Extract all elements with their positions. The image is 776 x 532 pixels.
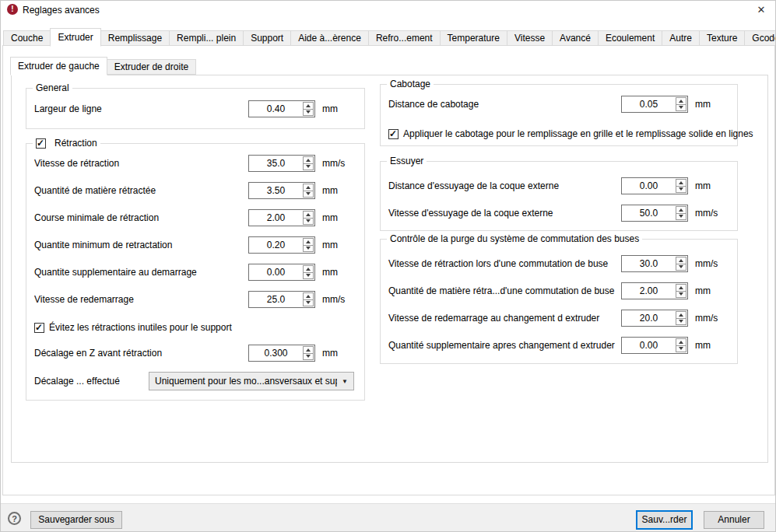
spinbox-value[interactable]: 50.0 (622, 205, 676, 221)
spin-up-icon[interactable] (676, 180, 686, 187)
save-as-button[interactable]: Sauvegarder sous (30, 511, 122, 529)
spin-down-icon[interactable] (676, 187, 686, 193)
tab-ecoulement[interactable]: Ecoulement (598, 30, 662, 46)
tab-temperature[interactable]: Temperature (440, 30, 507, 46)
spinbox-value[interactable]: 0.40 (249, 101, 303, 117)
line-width-row: Largeur de ligne 0.40 mm (34, 100, 355, 117)
retraction-extra-start-spinbox[interactable]: 0.00 (248, 264, 315, 281)
spin-down-icon[interactable] (304, 110, 313, 116)
spin-up-icon[interactable] (676, 257, 686, 264)
spin-down-icon[interactable] (304, 300, 313, 306)
spinbox-value[interactable]: 25.0 (249, 292, 303, 307)
spinbox-value[interactable]: 0.00 (622, 178, 676, 194)
spin-down-icon[interactable] (304, 191, 313, 198)
switch-extra-amount-spinbox[interactable]: 0.00 (621, 337, 688, 354)
spin-up-icon[interactable] (676, 207, 686, 214)
spin-down-icon[interactable] (676, 214, 686, 220)
restart-speed-spinbox[interactable]: 25.0 (248, 291, 315, 308)
zhop-spinbox[interactable]: 0.300 (248, 345, 315, 362)
spin-up-icon[interactable] (304, 266, 313, 273)
spinbox-value[interactable]: 3.50 (249, 183, 303, 198)
wipe-speed-spinbox[interactable]: 50.0 (621, 205, 688, 222)
extruder-gauche-panel: General Largeur de ligne 0.40 mm (11, 75, 768, 463)
save-button[interactable]: Sauv...rder (636, 510, 693, 530)
spin-down-icon[interactable] (304, 354, 313, 360)
spinbox-value[interactable]: 30.0 (622, 256, 676, 271)
group-general: General Largeur de ligne 0.40 mm (26, 88, 365, 129)
spinbox-value[interactable]: 0.00 (249, 264, 303, 280)
unit-label: mm/s (322, 158, 355, 169)
spin-up-icon[interactable] (676, 312, 686, 319)
switch-restart-speed-spinbox[interactable]: 20.0 (621, 310, 688, 327)
spin-down-icon[interactable] (676, 346, 686, 352)
spinbox-value[interactable]: 0.00 (622, 338, 676, 353)
spin-up-icon[interactable] (304, 103, 313, 110)
setting-label: Distance de cabotage (388, 99, 621, 110)
retraction-extra-start-row: Quantite supplementaire au demarrage 0.0… (34, 264, 355, 281)
spin-up-icon[interactable] (304, 212, 313, 219)
spin-down-icon[interactable] (676, 105, 686, 111)
spinbox-value[interactable]: 2.00 (249, 210, 303, 226)
spinbox-value[interactable]: 20.0 (622, 310, 676, 326)
line-width-spinbox[interactable]: 0.40 (248, 100, 315, 117)
switch-retraction-amount-spinbox[interactable]: 2.00 (621, 282, 688, 299)
spin-down-icon[interactable] (304, 164, 313, 170)
retraction-amount-spinbox[interactable]: 3.50 (248, 182, 315, 199)
tab-extruder[interactable]: Extruder (50, 28, 100, 47)
spin-down-icon[interactable] (304, 273, 313, 279)
spin-up-icon[interactable] (304, 184, 313, 191)
subtab-extruder-gauche[interactable]: Extruder de gauche (10, 57, 107, 75)
coasting-distance-spinbox[interactable]: 0.05 (621, 96, 688, 113)
tab-autre[interactable]: Autre (662, 30, 700, 46)
group-cabotage: Cabotage Distance de cabotage 0.05 mm (380, 84, 738, 146)
tab-support[interactable]: Support (243, 30, 291, 46)
coasting-infill-checkbox[interactable] (388, 129, 399, 139)
unit-label: mm (322, 267, 355, 278)
spin-up-icon[interactable] (676, 98, 686, 105)
tab-refroidissement[interactable]: Refro...ement (368, 30, 441, 46)
spin-up-icon[interactable] (304, 239, 313, 246)
retraction-speed-spinbox[interactable]: 35.0 (248, 155, 315, 172)
unit-label: mm/s (695, 313, 728, 324)
tab-remplissage[interactable]: Remplissage (100, 30, 170, 46)
setting-label: Course minimale de rétraction (34, 212, 248, 223)
spin-up-icon[interactable] (304, 347, 313, 354)
tab-gcode[interactable]: Gcode (744, 30, 776, 46)
unit-label: mm (695, 340, 728, 351)
spinner (303, 346, 314, 360)
spin-down-icon[interactable] (676, 319, 686, 325)
retraction-min-amount-spinbox[interactable]: 0.20 (248, 236, 315, 254)
spinbox-value[interactable]: 0.05 (622, 96, 676, 112)
tab-remplissage-plein[interactable]: Rempli... plein (169, 30, 244, 46)
spin-up-icon[interactable] (676, 339, 686, 346)
wipe-distance-spinbox[interactable]: 0.00 (621, 177, 688, 194)
tab-vitesse[interactable]: Vitesse (507, 30, 553, 46)
combing-dropdown[interactable]: Uniquement pour les mo...ansversaux et s… (149, 372, 354, 390)
spinbox-value[interactable]: 0.20 (249, 237, 303, 253)
group-essuyer: Essuyer Distance d'essuyage de la coque … (380, 161, 738, 231)
spin-down-icon[interactable] (676, 264, 686, 271)
spin-down-icon[interactable] (304, 219, 313, 225)
switch-retraction-speed-spinbox[interactable]: 30.0 (621, 255, 688, 272)
spin-up-icon[interactable] (304, 293, 313, 300)
spin-down-icon[interactable] (304, 246, 313, 252)
spin-up-icon[interactable] (304, 157, 313, 164)
cancel-button[interactable]: Annuler (704, 511, 764, 529)
spinbox-value[interactable]: 35.0 (249, 156, 303, 171)
help-icon[interactable]: ? (8, 512, 21, 525)
spin-up-icon[interactable] (676, 285, 686, 292)
retraction-enable-checkbox[interactable] (36, 138, 46, 149)
spin-down-icon[interactable] (676, 292, 686, 298)
subtab-extruder-droite[interactable]: Extruder de droite (107, 59, 196, 75)
tab-aide-adherence[interactable]: Aide à...èrence (290, 30, 369, 46)
tab-avance[interactable]: Avancé (552, 30, 599, 46)
unit-label: mm (322, 240, 355, 250)
tab-texture[interactable]: Texture (699, 30, 745, 46)
unit-label: mm (695, 285, 728, 296)
spinbox-value[interactable]: 0.300 (249, 345, 303, 361)
spinbox-value[interactable]: 2.00 (622, 283, 676, 299)
avoid-retraction-checkbox[interactable] (34, 323, 44, 333)
close-icon[interactable]: ✕ (749, 1, 774, 19)
retraction-min-travel-spinbox[interactable]: 2.00 (248, 209, 315, 226)
tab-couche[interactable]: Couche (3, 30, 51, 46)
